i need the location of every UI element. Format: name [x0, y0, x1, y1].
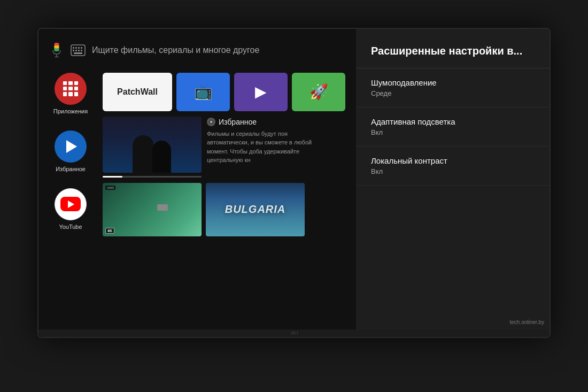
tv-icon: 📺: [194, 83, 213, 101]
favorites-label: Избранное: [56, 166, 86, 172]
main-ui: Ищите фильмы, сериалы и многое другое: [38, 29, 356, 329]
tv-stands: [37, 338, 551, 365]
content-icon: [207, 118, 215, 126]
svg-rect-15: [74, 52, 82, 54]
content-tiles: PatchWall 📺 ▶ 🚀: [103, 73, 345, 324]
svg-rect-1: [55, 43, 59, 45]
content-thumbnail: [103, 117, 202, 173]
bulgaria-thumb[interactable]: BULGARIA: [206, 183, 305, 236]
search-bar: Ищите фильмы, сериалы и многое другое: [49, 40, 345, 61]
svg-rect-14: [81, 50, 82, 51]
watermark: tech.onliner.by: [510, 319, 545, 325]
search-placeholder: Ищите фильмы, сериалы и многое другое: [92, 45, 259, 55]
local-contrast-value: Вкл: [371, 167, 539, 175]
uhd-badge: UHD: [105, 186, 115, 190]
youtube-item[interactable]: YouTube: [55, 188, 87, 230]
settings-item-backlight[interactable]: Адаптивная подсветка Вкл: [356, 107, 550, 147]
content-desc: Фильмы и сериалы будут поя автоматически…: [207, 129, 324, 165]
content-info-row: Избранное Фильмы и сериалы будут поя авт…: [103, 117, 345, 178]
svg-rect-2: [55, 45, 59, 48]
svg-rect-11: [73, 50, 74, 51]
progress-fill: [103, 176, 122, 178]
tiles-row: PatchWall 📺 ▶ 🚀: [103, 73, 345, 111]
adaptive-backlight-value: Вкл: [371, 128, 539, 136]
svg-rect-3: [55, 48, 59, 51]
bottom-thumbs-row: UHD 4K BULGARIA: [103, 183, 345, 236]
patchwall-tile[interactable]: PatchWall: [103, 73, 172, 111]
progress-bar: [103, 176, 202, 178]
favorites-icon: [55, 130, 87, 163]
stand-right: [473, 338, 508, 365]
noise-reduction-value: Среде: [371, 89, 539, 97]
bulgaria-text: BULGARIA: [225, 203, 286, 216]
apps-icon: [55, 73, 87, 105]
video-tile[interactable]: ▶: [234, 73, 288, 111]
mi-logo: mi: [291, 330, 299, 336]
side-icons: Приложения Избранное: [49, 73, 92, 324]
svg-rect-8: [75, 47, 77, 49]
tv-bottom-bar: mi: [38, 329, 551, 337]
svg-rect-9: [78, 47, 80, 49]
svg-rect-12: [75, 50, 77, 51]
svg-rect-7: [73, 47, 74, 49]
screen: Ищите фильмы, сериалы и многое другое: [38, 29, 550, 329]
4k-badge: 4K: [105, 228, 114, 234]
keyboard-icon[interactable]: [71, 44, 86, 56]
launch-tile[interactable]: 🚀: [292, 73, 345, 111]
patchwall-label: PatchWall: [117, 87, 158, 97]
settings-title: Расширенные настройки в...: [356, 29, 550, 68]
launch-icon: 🚀: [310, 83, 328, 101]
drone-shape: [157, 204, 168, 211]
noise-reduction-name: Шумоподавление: [371, 78, 539, 87]
stand-left: [80, 338, 115, 365]
svg-rect-13: [78, 50, 80, 51]
video-icon: ▶: [255, 83, 267, 101]
tv-frame: Ищите фильмы, сериалы и многое другое: [37, 28, 551, 338]
apps-label: Приложения: [53, 108, 88, 114]
local-contrast-name: Локальный контраст: [371, 156, 539, 165]
apps-item[interactable]: Приложения: [53, 73, 88, 114]
content-title: Избранное: [219, 118, 257, 126]
content-description: Избранное Фильмы и сериалы будут поя авт…: [207, 117, 345, 178]
youtube-label: YouTube: [59, 224, 82, 230]
tv-tile[interactable]: 📺: [176, 73, 230, 111]
settings-item-contrast[interactable]: Локальный контраст Вкл: [356, 147, 550, 186]
svg-rect-10: [81, 47, 82, 49]
settings-item-noise[interactable]: Шумоподавление Среде: [356, 68, 550, 107]
settings-panel: Расширенные настройки в... Шумоподавлени…: [356, 29, 550, 329]
mic-icon[interactable]: [49, 43, 64, 58]
adaptive-backlight-name: Адаптивная подсветка: [371, 117, 539, 126]
favorites-item[interactable]: Избранное: [55, 130, 87, 172]
youtube-icon: [55, 188, 87, 220]
landscape-thumb[interactable]: UHD 4K: [103, 183, 202, 236]
